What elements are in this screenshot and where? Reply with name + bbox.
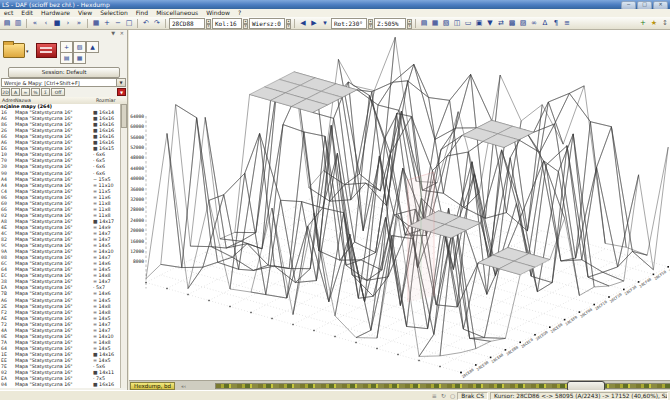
zoom-out-icon[interactable]: − bbox=[113, 18, 123, 28]
address-field-spinner[interactable]: ▴▾ bbox=[206, 19, 211, 28]
hexdump-tab[interactable]: Hexdump, bd bbox=[130, 382, 175, 390]
add-map-icon[interactable]: + bbox=[638, 18, 648, 28]
svg-text:28CF50: 28CF50 bbox=[653, 269, 668, 282]
filter-button-2[interactable]: ≈ bbox=[21, 88, 30, 96]
menu-item-view[interactable]: View bbox=[74, 9, 96, 17]
menu-item-find[interactable]: Find bbox=[132, 9, 152, 17]
svg-text:28CF40: 28CF40 bbox=[638, 276, 653, 289]
pin-icon[interactable]: ↕ bbox=[660, 18, 670, 28]
svg-text:28CEC0: 28CEC0 bbox=[520, 337, 535, 350]
list-icon[interactable]: ≡ bbox=[562, 18, 572, 28]
open-dropdown-icon[interactable]: ▾ bbox=[26, 48, 29, 54]
split-horizontal-icon[interactable]: ◫ bbox=[452, 18, 462, 28]
column-adres[interactable]: Adres bbox=[2, 97, 16, 104]
zoom-field-spinner[interactable]: ▴▾ bbox=[407, 19, 412, 28]
link-icon[interactable]: ∞ bbox=[529, 18, 539, 28]
menu-item-project[interactable]: ect bbox=[0, 9, 17, 17]
svg-text:8000: 8000 bbox=[133, 259, 144, 264]
zoom-frame-icon[interactable]: □ bbox=[124, 18, 134, 28]
chevron-down-icon[interactable]: ▼ bbox=[116, 79, 125, 86]
column-nazwa[interactable]: Nazwa bbox=[15, 97, 31, 104]
menu-item-selection[interactable]: Selection bbox=[96, 9, 132, 17]
scrollbar-thumb[interactable] bbox=[121, 104, 127, 128]
selection-frame-icon[interactable]: ▦ bbox=[91, 18, 101, 28]
toolbar-separator bbox=[137, 19, 138, 28]
rotation-field-spinner[interactable]: ▴▾ bbox=[368, 19, 373, 28]
step-back-icon[interactable]: ‹ bbox=[41, 18, 51, 28]
status-refresh-icon[interactable]: ↻ bbox=[439, 392, 448, 399]
filter-off-button[interactable]: Off bbox=[51, 88, 65, 96]
pane-close-icon[interactable]: ✕ bbox=[120, 30, 127, 36]
status-bar: ≡ ↻ ○ Brak CS Kursor: 28CD86 <-> 58095 (… bbox=[0, 390, 670, 400]
stop-icon[interactable]: ■ bbox=[52, 18, 62, 28]
fast-forward-icon[interactable]: » bbox=[74, 18, 84, 28]
filter-icon[interactable]: ¶ bbox=[551, 18, 561, 28]
filter-button-0[interactable]: 2D bbox=[1, 88, 10, 96]
overview-icon[interactable]: ▣ bbox=[474, 18, 484, 28]
toolbar-separator bbox=[415, 19, 416, 28]
menu-item-help[interactable]: ? bbox=[234, 9, 245, 17]
filter-dropdown-button[interactable]: ▼ bbox=[117, 88, 126, 96]
filter-button-row: 2DA≈%ΣOff bbox=[1, 88, 65, 96]
pane-selector[interactable]: Wersje & Mapy: [Ctrl+Shift+F] ▼ bbox=[1, 78, 126, 87]
split-vertical-icon[interactable]: ▭ bbox=[463, 18, 473, 28]
menu-item-edit[interactable]: Edit bbox=[17, 9, 37, 17]
cascade-icon[interactable]: ▩ bbox=[507, 18, 517, 28]
open-project-icon[interactable] bbox=[3, 43, 25, 58]
tile-icon[interactable]: ▨ bbox=[518, 18, 528, 28]
view-3d-icon[interactable]: ▧ bbox=[441, 18, 451, 28]
tab-nav-icons[interactable]: «‹ bbox=[181, 382, 186, 390]
go-icon[interactable]: ▲ bbox=[86, 41, 99, 53]
svg-text:28CE80: 28CE80 bbox=[461, 367, 476, 380]
menu-item-hardware[interactable]: Hardware bbox=[37, 9, 74, 17]
zoom-field[interactable]: Z:505% bbox=[374, 18, 406, 29]
sync-windows-icon[interactable]: ⇄ bbox=[496, 18, 506, 28]
svg-text:44000: 44000 bbox=[130, 166, 144, 171]
text-view-icon[interactable]: ▤ bbox=[419, 18, 429, 28]
save-icon[interactable]: ▥ bbox=[13, 18, 23, 28]
menu-item-window[interactable]: Window bbox=[202, 9, 234, 17]
view-2d-icon[interactable]: ▦ bbox=[430, 18, 440, 28]
status-grip-icon[interactable]: ≡ bbox=[430, 392, 439, 399]
svg-text:28CEF0: 28CEF0 bbox=[564, 314, 579, 327]
bookmark-icon[interactable]: ▼ bbox=[485, 18, 495, 28]
new-file-icon[interactable]: ▤ bbox=[2, 18, 12, 28]
rotation-field[interactable]: Rot:230° bbox=[331, 18, 367, 29]
row-field[interactable]: Wiersz:0 bbox=[249, 18, 285, 29]
delta-icon[interactable]: Δ bbox=[540, 18, 550, 28]
session-button[interactable]: Session: Default bbox=[8, 67, 120, 78]
filter-button-3[interactable]: % bbox=[31, 88, 40, 96]
menu-item-miscellaneous[interactable]: Miscellaneous bbox=[152, 9, 202, 17]
page-icon[interactable]: ▤ bbox=[60, 52, 73, 64]
next-diff-icon[interactable]: ▶ bbox=[309, 18, 319, 28]
column-rozmiar[interactable]: Rozmiar bbox=[96, 97, 116, 104]
svg-text:16000: 16000 bbox=[130, 239, 144, 244]
hexdump-3d-view[interactable]: 6400060000560005200048000440004000036000… bbox=[129, 30, 670, 380]
columns-field-spinner[interactable]: ▴▾ bbox=[243, 19, 248, 28]
import-file-icon[interactable] bbox=[36, 43, 57, 58]
title-bar: LS - DAF (scioff bez chł.) - Hexdump − □… bbox=[0, 0, 670, 9]
cursor-highlight bbox=[408, 172, 434, 302]
svg-text:28CF10: 28CF10 bbox=[594, 299, 609, 312]
sidebar-scrollbar[interactable] bbox=[120, 104, 127, 388]
svg-text:20000: 20000 bbox=[130, 228, 144, 233]
filter-button-1[interactable]: A bbox=[11, 88, 20, 96]
prev-diff-icon[interactable]: ◀ bbox=[298, 18, 308, 28]
row-field-spinner[interactable]: ▴▾ bbox=[286, 19, 291, 28]
pane-collapse-icon[interactable]: ▼ bbox=[111, 30, 118, 36]
undo-icon[interactable]: ↶ bbox=[141, 18, 151, 28]
zoom-in-icon[interactable]: + bbox=[102, 18, 112, 28]
nav-dropdown-icon[interactable]: ▾ bbox=[320, 18, 330, 28]
columns-field[interactable]: Kol:16 bbox=[212, 18, 242, 29]
svg-text:28CEB0: 28CEB0 bbox=[505, 344, 520, 357]
table-icon[interactable]: ▦ bbox=[73, 52, 86, 64]
star-icon[interactable]: ★ bbox=[649, 18, 659, 28]
rewind-icon[interactable]: « bbox=[30, 18, 40, 28]
step-forward-icon[interactable]: › bbox=[63, 18, 73, 28]
redo-icon[interactable]: ↷ bbox=[152, 18, 162, 28]
status-record-icon[interactable]: ○ bbox=[448, 392, 457, 399]
toolbar-separator bbox=[26, 19, 27, 28]
address-field[interactable]: 28CD88 bbox=[169, 18, 205, 29]
filter-button-4[interactable]: Σ bbox=[41, 88, 50, 96]
map-list-row[interactable]: 04Mapa "Statystyczna 16"■ 16x16 bbox=[0, 382, 120, 388]
